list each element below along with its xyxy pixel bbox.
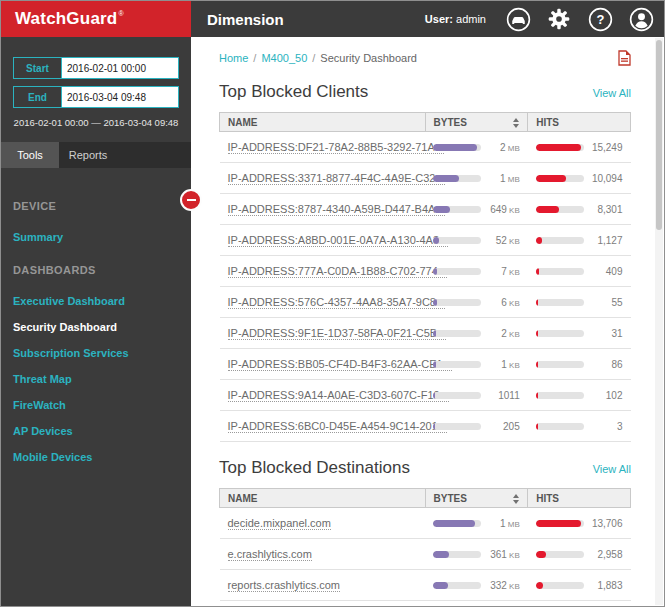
- bytes-value: 1 KB: [501, 359, 519, 370]
- row-name-link[interactable]: IP-ADDRESS:777A-C0DA-1B88-C702-774...: [228, 265, 447, 278]
- bytes-bar: [433, 361, 481, 368]
- sort-icon[interactable]: [513, 118, 519, 128]
- sort-icon[interactable]: [513, 494, 519, 504]
- bytes-bar: [433, 175, 481, 182]
- top-blocked-clients-panel: Top Blocked Clients View All NAME BYTES …: [219, 82, 631, 442]
- hits-bar: [536, 582, 584, 589]
- hits-value: 86: [611, 359, 622, 370]
- sidebar-item-subscription-services[interactable]: Subscription Services: [1, 340, 191, 366]
- top-bar-actions: User: admin: [425, 6, 654, 32]
- table-header-row: NAME BYTES HITS: [220, 113, 631, 132]
- car-icon[interactable]: [505, 6, 531, 32]
- dashboards-nav-items: Executive DashboardSecurity DashboardSub…: [1, 288, 191, 470]
- row-name-link[interactable]: IP-ADDRESS:3371-8877-4F4C-4A9E-C32...: [228, 172, 445, 185]
- table-header-row: NAME BYTES HITS: [220, 489, 631, 508]
- hits-bar: [536, 237, 584, 244]
- hits-value: 3: [617, 421, 623, 432]
- scrollbar-thumb[interactable]: [656, 40, 662, 230]
- hits-value: 10,094: [592, 173, 623, 184]
- bytes-value: 7 KB: [501, 266, 519, 277]
- bytes-value: 649 KB: [490, 204, 520, 215]
- watchguard-logo: WatchGuard®: [1, 1, 191, 37]
- bytes-value: 2 KB: [501, 328, 519, 339]
- row-name-link[interactable]: e.crashlytics.com: [228, 548, 312, 561]
- sidebar-item-security-dashboard[interactable]: Security Dashboard: [1, 314, 191, 340]
- sidebar-item-ap-devices[interactable]: AP Devices: [1, 418, 191, 444]
- hits-value: 1,127: [597, 235, 622, 246]
- vertical-scrollbar[interactable]: [655, 38, 663, 605]
- main-content: Home / M400_50 / Security Dashboard Top …: [191, 37, 655, 606]
- breadcrumb-home-link[interactable]: Home: [219, 52, 248, 64]
- row-name-link[interactable]: IP-ADDRESS:8787-4340-A59B-D447-B4A...: [228, 203, 445, 216]
- hits-value: 55: [611, 297, 622, 308]
- help-icon[interactable]: ?: [587, 6, 613, 32]
- row-name-link[interactable]: IP-ADDRESS:6BC0-D45E-A454-9C14-201...: [228, 420, 447, 433]
- bytes-bar: [433, 423, 481, 430]
- view-all-link[interactable]: View All: [593, 87, 631, 99]
- sidebar-item-summary[interactable]: Summary: [1, 224, 191, 250]
- top-bar: Dimension User: admin: [191, 1, 664, 37]
- hits-bar: [536, 520, 584, 527]
- column-header-bytes[interactable]: BYTES: [425, 489, 528, 508]
- sidebar-tabs: Tools Reports: [1, 142, 191, 168]
- minus-icon: [187, 199, 196, 201]
- bytes-bar: [433, 551, 481, 558]
- column-header-name[interactable]: NAME: [220, 489, 426, 508]
- bytes-value: 1 MB: [500, 173, 520, 184]
- user-label: User:: [425, 13, 453, 25]
- row-name-link[interactable]: IP-ADDRESS:A8BD-001E-0A7A-A130-4A3...: [228, 234, 449, 247]
- registered-mark: ®: [118, 10, 123, 17]
- table-row: reports.crashlytics.com332 KB1,883: [220, 570, 631, 601]
- row-name-link[interactable]: reports.crashlytics.com: [228, 579, 340, 592]
- column-header-bytes[interactable]: BYTES: [425, 113, 528, 132]
- svg-text:?: ?: [596, 12, 604, 27]
- hits-bar: [536, 144, 584, 151]
- table-row: IP-ADDRESS:9F1E-1D37-58FA-0F21-C5B...2 K…: [220, 318, 631, 349]
- sidebar-nav: DEVICE Summary DASHBOARDS Executive Dash…: [1, 168, 191, 470]
- bytes-value: 361 KB: [490, 549, 520, 560]
- view-all-link[interactable]: View All: [593, 463, 631, 475]
- bytes-bar: [433, 206, 481, 213]
- end-date-input[interactable]: [61, 86, 179, 108]
- top-blocked-destinations-panel: Top Blocked Destinations View All NAME B…: [219, 458, 631, 601]
- start-date-input[interactable]: [61, 57, 179, 79]
- pdf-export-icon[interactable]: [618, 50, 631, 66]
- sidebar-item-threat-map[interactable]: Threat Map: [1, 366, 191, 392]
- sidebar-collapse-button[interactable]: [180, 189, 202, 211]
- hits-value: 102: [606, 390, 623, 401]
- breadcrumb-separator: /: [312, 52, 315, 64]
- row-name-link[interactable]: IP-ADDRESS:BB05-CF4D-B4F3-62AA-CE1...: [228, 358, 452, 371]
- settings-gear-icon[interactable]: [546, 6, 572, 32]
- breadcrumb-device-link[interactable]: M400_50: [261, 52, 307, 64]
- bytes-bar: [433, 582, 481, 589]
- start-date-label: Start: [13, 57, 61, 79]
- bytes-bar: [433, 144, 481, 151]
- row-name-link[interactable]: IP-ADDRESS:576C-4357-4AA8-35A7-9C8...: [228, 296, 446, 309]
- row-name-link[interactable]: IP-ADDRESS:DF21-78A2-88B5-3292-71A...: [228, 141, 444, 154]
- bytes-bar: [433, 520, 481, 527]
- column-header-hits[interactable]: HITS: [528, 489, 631, 508]
- hits-value: 31: [611, 328, 622, 339]
- hits-bar: [536, 268, 584, 275]
- bytes-value: 332 KB: [490, 580, 520, 591]
- sidebar-item-mobile-devices[interactable]: Mobile Devices: [1, 444, 191, 470]
- logged-in-user: User: admin: [425, 13, 486, 25]
- panel-title: Top Blocked Destinations: [219, 458, 410, 478]
- sidebar-item-executive-dashboard[interactable]: Executive Dashboard: [1, 288, 191, 314]
- user-account-icon[interactable]: [628, 6, 654, 32]
- row-name-link[interactable]: IP-ADDRESS:9A14-A0AE-C3D3-607C-F10...: [228, 389, 449, 402]
- tab-tools[interactable]: Tools: [1, 142, 59, 168]
- panel-title: Top Blocked Clients: [219, 82, 368, 102]
- table-row: IP-ADDRESS:A8BD-001E-0A7A-A130-4A3...52 …: [220, 225, 631, 256]
- sidebar-item-firewatch[interactable]: FireWatch: [1, 392, 191, 418]
- breadcrumb-separator: /: [253, 52, 256, 64]
- row-name-link[interactable]: decide.mixpanel.com: [228, 517, 331, 530]
- top-blocked-clients-table: NAME BYTES HITS IP-ADDRESS:DF21-78A2-88B…: [219, 112, 631, 442]
- row-name-link[interactable]: IP-ADDRESS:9F1E-1D37-58FA-0F21-C5B...: [228, 327, 447, 340]
- tab-reports[interactable]: Reports: [59, 142, 117, 168]
- column-header-hits[interactable]: HITS: [528, 113, 631, 132]
- column-header-name[interactable]: NAME: [220, 113, 426, 132]
- bytes-bar: [433, 392, 481, 399]
- bytes-bar: [433, 330, 481, 337]
- bytes-value: 1 MB: [500, 518, 520, 529]
